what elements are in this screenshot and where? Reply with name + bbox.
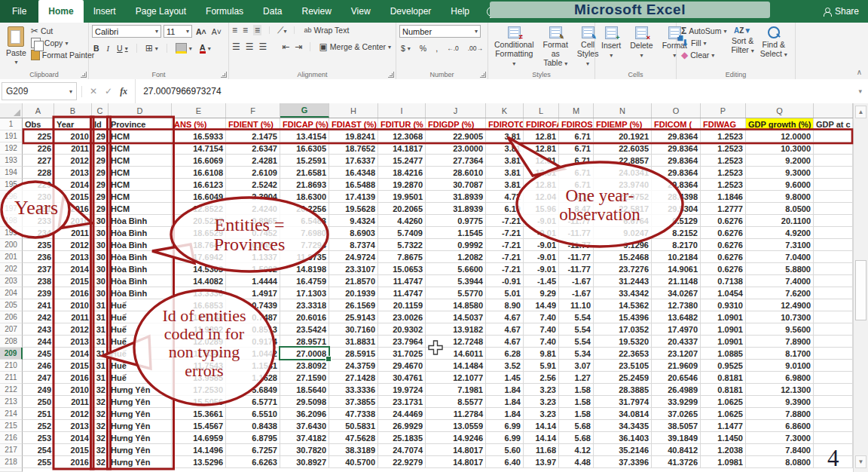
grid-cell[interactable]: Hưng Yên (108, 456, 172, 468)
grid-cell[interactable]: 11.8735 (280, 251, 329, 263)
grid-cell[interactable]: 16.6049 (172, 191, 226, 203)
italic-button[interactable]: I (105, 44, 112, 54)
grid-cell[interactable]: 238 (23, 275, 54, 287)
grid-cell[interactable]: 1.0454 (701, 287, 746, 299)
row-header[interactable]: 210 (0, 360, 23, 372)
grid-cell[interactable]: 0.7439 (226, 299, 280, 311)
grid-cell[interactable]: 2014 (54, 432, 92, 444)
grid-cell[interactable]: 36.2096 (280, 408, 329, 420)
grid-cell[interactable]: 27.1428 (329, 372, 378, 384)
header-cell[interactable]: Year (54, 118, 92, 130)
grid-cell[interactable]: 20.1921 (594, 130, 652, 143)
grid-cell[interactable]: 4.67 (486, 323, 524, 336)
grid-cell[interactable]: 30 (92, 287, 108, 299)
grid-cell[interactable]: -9.01 (524, 239, 559, 251)
increase-decimal-button[interactable]: ←.0 (445, 44, 460, 53)
column-header-N[interactable]: N (594, 103, 652, 118)
grid-cell[interactable]: 2014 (54, 179, 92, 191)
grid-cell[interactable]: 20.5227 (172, 215, 226, 227)
insert-cells-button[interactable]: + Insert▾ (598, 25, 624, 69)
row-header[interactable]: 213 (0, 396, 23, 408)
grid-cell[interactable]: 14.8580 (426, 299, 486, 311)
grid-cell[interactable]: 37.4182 (280, 432, 329, 444)
grid-cell[interactable]: 30 (92, 239, 108, 251)
clear-button[interactable]: ◆Clear▾ (680, 49, 728, 61)
grid-cell[interactable]: 31.7025 (378, 348, 426, 360)
grid-cell[interactable]: 20.2065 (378, 203, 426, 215)
grid-cell[interactable]: 23.3107 (329, 263, 378, 275)
grid-cell[interactable]: Hòa Bình (108, 287, 172, 299)
grid-cell[interactable]: 0.6276 (701, 251, 746, 263)
grid-cell[interactable] (814, 130, 853, 143)
grid-cell[interactable]: 1.2777 (701, 203, 746, 215)
row-header[interactable]: 212 (0, 384, 23, 396)
grid-cell[interactable]: 1.2038 (701, 444, 746, 456)
grid-cell[interactable]: 38.3189 (329, 444, 378, 456)
grid-cell[interactable]: 2012 (54, 155, 92, 167)
grid-cell[interactable]: 2010 (54, 384, 92, 396)
grid-cell[interactable]: 7.7294 (280, 239, 329, 251)
grid-cell[interactable]: 14.7154 (172, 143, 226, 155)
clipboard-dialog-launcher[interactable] (81, 72, 87, 78)
grid-cell[interactable] (814, 323, 853, 336)
grid-cell[interactable] (814, 287, 853, 299)
grid-cell[interactable]: 23.1731 (378, 396, 426, 408)
grid-cell[interactable]: 27.7364 (426, 155, 486, 167)
grid-cell[interactable]: 8.47 (559, 203, 594, 215)
grid-cell[interactable] (814, 420, 853, 432)
grid-cell[interactable]: -9.01 (524, 215, 559, 227)
grid-cell[interactable]: 16.6305 (280, 143, 329, 155)
align-center-icon[interactable]: ☰ (246, 41, 254, 52)
grid-cell[interactable]: 7.8675 (378, 251, 426, 263)
grid-cell[interactable]: 0.8181 (701, 384, 746, 396)
grid-cell[interactable]: 20.4337 (652, 336, 701, 348)
row-header[interactable]: 191 (0, 130, 23, 143)
grid-cell[interactable]: 12.0289 (172, 336, 226, 348)
grid-cell[interactable]: 2.56 (524, 372, 559, 384)
grid-cell[interactable]: 8.2152 (652, 227, 701, 239)
grid-cell[interactable]: 6.71 (559, 155, 594, 167)
grid-cell[interactable]: -7.21 (486, 215, 524, 227)
grid-cell[interactable]: 13.9148 (172, 311, 226, 323)
grid-cell[interactable]: 28.5915 (329, 348, 378, 360)
grid-cell[interactable]: 12.1300 (746, 384, 814, 396)
grid-cell[interactable]: 32 (92, 444, 108, 456)
grid-cell[interactable]: 1.1477 (701, 420, 746, 432)
grid-cell[interactable]: 5.54 (559, 311, 594, 323)
grid-cell[interactable]: 9.6000 (746, 179, 814, 191)
insert-function-icon[interactable]: fx (120, 86, 127, 97)
grid-cell[interactable]: 20.6546 (652, 372, 701, 384)
grid-cell[interactable]: 36.1403 (594, 432, 652, 444)
grid-cell[interactable]: 11.9892 (172, 323, 226, 336)
grid-cell[interactable] (814, 167, 853, 179)
grid-cell[interactable]: 0.6276 (701, 263, 746, 275)
grid-cell[interactable]: 10.3000 (746, 143, 814, 155)
grid-cell[interactable]: 33.4342 (594, 287, 652, 299)
grid-cell[interactable]: 1.2523 (701, 143, 746, 155)
grid-cell[interactable]: 234 (23, 227, 54, 239)
grid-cell[interactable]: 0.9174 (226, 336, 280, 348)
grid-cell[interactable]: 1.58 (559, 396, 594, 408)
grid-cell[interactable]: 16.5933 (172, 130, 226, 143)
grid-cell[interactable]: 9.3900 (746, 396, 814, 408)
grid-cell[interactable]: 2011 (54, 311, 92, 323)
grid-cell[interactable]: 243 (23, 323, 54, 336)
grid-cell[interactable]: 7.8900 (746, 336, 814, 348)
grid-cell[interactable] (814, 155, 853, 167)
font-color-button[interactable]: A▾ (198, 43, 212, 54)
grid-cell[interactable]: 2011 (54, 143, 92, 155)
grid-cell[interactable]: HCM (108, 167, 172, 179)
grid-cell[interactable]: 22.9279 (378, 456, 426, 468)
grid-cell[interactable]: 30 (92, 215, 108, 227)
grid-cell[interactable]: 17.0352 (594, 323, 652, 336)
grid-cell[interactable]: 6.9800 (746, 372, 814, 384)
grid-cell[interactable]: 23.7964 (378, 336, 426, 348)
grid-cell[interactable]: 23.9740 (594, 179, 652, 191)
grid-cell[interactable] (814, 251, 853, 263)
grid-cell[interactable]: -9.01 (524, 227, 559, 239)
grid-cell[interactable]: 29.4670 (378, 360, 426, 372)
grid-cell[interactable]: 15.2477 (378, 155, 426, 167)
grid-cell[interactable]: 5.01 (486, 287, 524, 299)
grid-cell[interactable]: 12.7380 (652, 299, 701, 311)
grid-cell[interactable]: 31 (92, 360, 108, 372)
